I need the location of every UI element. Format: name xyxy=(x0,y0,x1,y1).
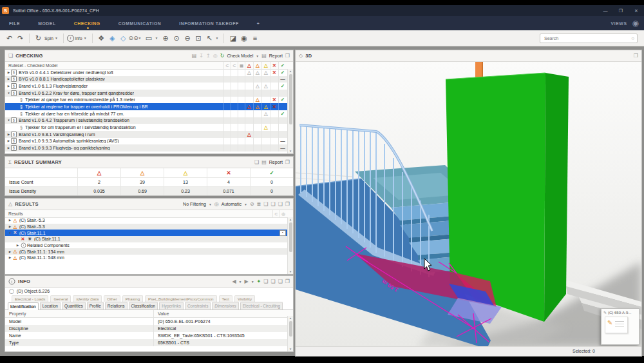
expander-icon[interactable]: ▶ xyxy=(8,225,12,228)
export-icon[interactable]: ↥ xyxy=(206,54,211,59)
mode-icon[interactable]: ◎ xyxy=(214,202,219,207)
result-row[interactable]: ▶△(C) Stair.-5.3 xyxy=(5,217,293,224)
detach-panel-icon[interactable]: ❐ xyxy=(285,160,290,165)
select-cursor-icon[interactable]: ↖ xyxy=(204,35,215,42)
next-object-icon[interactable]: ▶ xyxy=(245,279,249,284)
edit-issue-icon[interactable]: ❏ xyxy=(270,279,275,284)
expander-icon[interactable]: ▶ xyxy=(6,133,11,136)
expander-icon[interactable]: ▶ xyxy=(6,77,11,81)
zoom-in-icon[interactable]: ⊕ xyxy=(160,35,171,42)
summary-report-button[interactable]: Report xyxy=(269,160,283,164)
expander-icon[interactable]: ▶ xyxy=(8,256,12,259)
walk-mode-icon[interactable]: ⊙⊙ xyxy=(129,35,138,41)
new-issue-icon[interactable]: ❏ xyxy=(263,279,268,284)
info-tab-identification[interactable]: Identification xyxy=(8,302,39,310)
check-model-button[interactable]: Check Model xyxy=(227,54,253,58)
info-tab-profile[interactable]: Profile xyxy=(87,302,104,309)
spin-icon[interactable]: ↻ xyxy=(33,35,44,42)
info-tab-electrical-circuiting[interactable]: Electrical - Circuiting xyxy=(240,302,283,309)
info-tab-visibility[interactable]: Visibility xyxy=(234,295,255,302)
result-row[interactable]: ✕✳(C) Stair.11.1 xyxy=(5,236,293,242)
info-tool-icon[interactable]: i xyxy=(67,35,74,42)
report-icon[interactable]: ▤ xyxy=(261,54,267,59)
views-menu[interactable]: VIEWS xyxy=(611,21,627,26)
rule-row[interactable]: ▶§Brand v1.0 9.9.3 Automatisk sprinklera… xyxy=(5,138,293,145)
bounding-box-icon[interactable]: ▭ xyxy=(144,35,155,42)
info-tab-phasing[interactable]: Phasing xyxy=(122,295,143,302)
detach-panel-icon[interactable]: ❐ xyxy=(285,279,290,284)
filter-select[interactable]: No Filtering xyxy=(183,202,206,206)
list-view-icon[interactable]: ≣ xyxy=(257,202,261,207)
walk-dropdown-icon[interactable]: ▼ xyxy=(138,36,142,40)
property-row[interactable]: Type65KS501 - CTS xyxy=(5,339,293,346)
info-tab-other[interactable]: Other xyxy=(104,295,120,302)
checking-report-button[interactable]: Report xyxy=(269,54,283,58)
menu-checking[interactable]: CHECKING xyxy=(65,21,109,26)
3d-scene[interactable]: 1.50 m xyxy=(296,62,641,348)
maximize-button[interactable]: ❐ xyxy=(613,5,629,16)
close-button[interactable]: ✕ xyxy=(629,5,644,16)
info-tab-identity-data[interactable]: Identity Data xyxy=(73,295,102,302)
expander-icon[interactable]: ▼ xyxy=(6,92,11,95)
info-tab-dimensions[interactable]: Dimensions xyxy=(212,302,238,309)
object-radio[interactable]: ◯ xyxy=(9,289,14,294)
prev-dropdown-icon[interactable]: ▼ xyxy=(239,280,242,284)
info-tab-quantities[interactable]: Quantities xyxy=(62,302,86,309)
rule-row[interactable]: ▶§Brand v1.0 9.8.1 Varslingsanlæg i rum△ xyxy=(5,131,293,138)
results-scrollbar[interactable]: ▲▼ xyxy=(287,217,293,274)
property-row[interactable]: Model(D) 650-E-EL-001-P06274 xyxy=(5,318,293,325)
slideshow-icon[interactable]: ❏ xyxy=(278,279,283,284)
spin-dropdown-icon[interactable]: ▼ xyxy=(55,36,58,40)
rule-row[interactable]: ▼§Brand v1.0 6.4.2 Trapperum i selvstænd… xyxy=(5,117,293,124)
detach-panel-icon[interactable]: ❐ xyxy=(634,54,638,59)
filter-dropdown-icon[interactable]: ▼ xyxy=(209,202,212,206)
rule-row[interactable]: §Tjekker at gange har en minimumsbredde … xyxy=(5,97,293,104)
result-row[interactable]: ▶△(C) Stair.11.1: 548 mm xyxy=(5,255,293,261)
report-icon[interactable]: ▤ xyxy=(261,160,267,165)
info-tab-electrical-loads[interactable]: Electrical - Loads xyxy=(12,295,48,302)
detach-panel-icon[interactable]: ❐ xyxy=(285,54,290,59)
menu-file[interactable]: FILE xyxy=(0,21,29,26)
mode-dropdown-icon[interactable]: ▼ xyxy=(244,202,247,206)
property-row[interactable]: DisciplineElectrical xyxy=(5,325,293,332)
info-tab-constraints[interactable]: Constraints xyxy=(185,302,211,309)
property-row[interactable]: NameSWDK_EE_Tavle:65KS501 - CTS:1093545 xyxy=(5,332,293,339)
info-dropdown-icon[interactable]: ▼ xyxy=(84,36,87,40)
hide-cube-icon[interactable]: ◇ xyxy=(118,35,129,42)
expander-icon[interactable]: ▶ xyxy=(6,71,11,74)
rule-row[interactable]: §Tjekker at døre har en fribredde på min… xyxy=(5,110,293,117)
markup-popup[interactable]: ✎ (C) 650-A-9... ✎ xyxy=(601,308,639,345)
section-plane-icon[interactable]: ◪ xyxy=(227,35,238,42)
rule-row[interactable]: §Tjekker at reglerne for trapper er over… xyxy=(5,103,293,110)
open-ruleset-icon[interactable]: ▤ xyxy=(192,54,197,59)
role-icon[interactable]: ◉ xyxy=(632,19,639,27)
info-tab-hyperlinks[interactable]: Hyperlinks xyxy=(159,302,184,309)
check-model-icon[interactable]: ↻ xyxy=(220,54,225,59)
check-model-dropdown-icon[interactable]: ▼ xyxy=(256,54,259,58)
rule-row[interactable]: ▶§Brand v1.0 9.9.3 Flugtvejs- og panikbe… xyxy=(5,144,293,152)
box-dropdown-icon[interactable]: ▼ xyxy=(155,36,158,40)
rule-row[interactable]: ▼§Brand v1.0 6.2.2 Krav for døre, trappe… xyxy=(5,90,293,97)
expander-icon[interactable]: ▶ xyxy=(6,139,11,142)
result-row[interactable]: ▶△(C) Stair.11.1: 134 mm xyxy=(5,248,293,255)
zoom-fit-icon[interactable]: ⊡ xyxy=(193,35,204,42)
undo-button[interactable]: ↶ xyxy=(4,35,15,42)
expander-icon[interactable]: ▶ xyxy=(6,84,11,88)
zoom-center-icon[interactable]: ⊙ xyxy=(171,35,182,42)
spin-label[interactable]: Spin xyxy=(44,36,53,41)
menu-information-takeoff[interactable]: INFORMATION TAKEOFF xyxy=(170,21,247,26)
redo-button[interactable]: ↷ xyxy=(15,35,26,42)
edit-issue-icon[interactable]: ❏ xyxy=(270,202,275,207)
result-row[interactable]: ▶△(C) Stair.-5.3 xyxy=(5,224,293,230)
result-row[interactable]: ▶iRelated Components xyxy=(5,242,293,249)
minimize-button[interactable]: — xyxy=(598,5,613,16)
info-tab-general[interactable]: General xyxy=(50,295,71,302)
component-cubes-icon[interactable]: ❖ xyxy=(96,35,107,42)
info-tab-pset-buildingelementproxycommon[interactable]: Pset_BuildingElementProxyCommon xyxy=(145,295,216,302)
rule-row[interactable]: §Tjekker for om trapperum er i selvstænd… xyxy=(5,124,293,131)
transparent-cube-icon[interactable]: ◈ xyxy=(107,35,118,42)
layers-icon[interactable]: ≡ xyxy=(249,35,260,42)
import-icon[interactable]: ↧ xyxy=(199,54,204,59)
expander-icon[interactable]: ▶ xyxy=(6,146,11,150)
zoom-out-icon[interactable]: ⊖ xyxy=(182,35,193,42)
